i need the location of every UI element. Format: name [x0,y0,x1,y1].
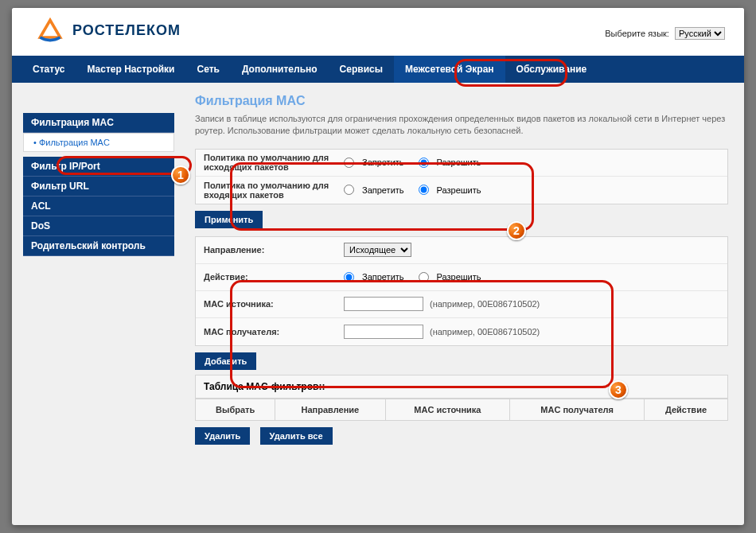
direction-select[interactable]: Исходящее [344,243,411,257]
nav-maintenance[interactable]: Обслуживание [505,56,598,83]
delete-button[interactable]: Удалить [195,427,250,445]
nav-advanced[interactable]: Дополнительно [231,56,329,83]
add-button[interactable]: Добавить [195,352,256,370]
rule-panel: Направление: Исходящее Действие: Запрети… [195,236,728,346]
action-deny-radio[interactable] [344,272,354,282]
nav-firewall[interactable]: Межсетевой Экран [394,56,505,83]
policy-in-allow-radio[interactable] [419,185,429,195]
page-description: Записи в таблице используются для ограни… [195,113,728,138]
col-mac-dst: MAC получателя [510,399,645,420]
annotation-badge-2: 2 [507,221,526,240]
deny-label: Запретить [362,158,404,167]
allow-label: Разрешить [437,272,481,282]
sidebar-acl[interactable]: ACL [23,196,174,216]
rostelecom-icon [36,16,64,45]
delete-all-button[interactable]: Удалить все [260,427,333,445]
col-action: Действие [645,399,728,420]
language-label: Выберите язык: [605,29,669,38]
allow-label: Разрешить [437,185,481,195]
policy-out-label: Политика по умолчанию для исходящих паке… [196,150,339,175]
apply-button[interactable]: Применить [195,211,263,228]
action-allow-radio[interactable] [419,272,429,282]
nav-status[interactable]: Статус [21,56,76,83]
sidebar-mac-filtering-sub[interactable]: Фильтрация MAC [23,133,174,152]
policy-in-deny-radio[interactable] [344,185,354,195]
mac-dst-label: MAC получателя: [196,324,339,340]
col-select: Выбрать [196,399,275,420]
page-title: Фильтрация MAC [195,94,728,108]
annotation-badge-1: 1 [171,165,190,185]
policy-in-label: Политика по умолчанию для входящих пакет… [196,177,339,203]
sidebar: Фильтрация MAC Фильтрация MAC Фильтр IP/… [23,94,174,445]
language-select[interactable]: Русский [675,27,725,40]
direction-label: Направление: [196,242,339,258]
main-nav: Статус Мастер Настройки Сеть Дополнитель… [12,56,744,83]
policy-panel: Политика по умолчанию для исходящих паке… [195,149,728,204]
sidebar-ip-port-filter[interactable]: Фильтр IP/Port [23,157,174,177]
brand-text: РОСТЕЛЕКОМ [72,22,181,39]
table-title: Таблица MAC-фильтров:: [195,375,728,399]
mac-dst-input[interactable] [344,325,423,339]
sidebar-url-filter[interactable]: Фильтр URL [23,177,174,196]
sidebar-parental[interactable]: Родительский контроль [23,236,174,256]
nav-network[interactable]: Сеть [185,56,230,83]
nav-wizard[interactable]: Мастер Настройки [76,56,185,83]
action-label: Действие: [196,269,339,285]
policy-out-allow-radio[interactable] [419,158,429,168]
policy-out-deny-radio[interactable] [344,158,354,168]
mac-dst-hint: (например, 00E086710502) [430,327,540,337]
sidebar-mac-filtering[interactable]: Фильтрация MAC [23,113,174,133]
mac-filter-table: Выбрать Направление MAC источника MAC по… [195,399,728,421]
col-direction: Направление [275,399,385,420]
language-selector-area: Выберите язык: Русский [605,27,725,40]
nav-services[interactable]: Сервисы [329,56,394,83]
deny-label: Запретить [362,185,404,195]
mac-src-input[interactable] [344,297,423,311]
col-mac-src: MAC источника [385,399,510,420]
sidebar-dos[interactable]: DoS [23,216,174,236]
mac-src-hint: (например, 00E086710502) [430,299,540,309]
annotation-badge-3: 3 [609,380,628,399]
allow-label: Разрешить [437,158,481,167]
deny-label: Запретить [362,272,404,282]
mac-src-label: MAC источника: [196,296,339,312]
